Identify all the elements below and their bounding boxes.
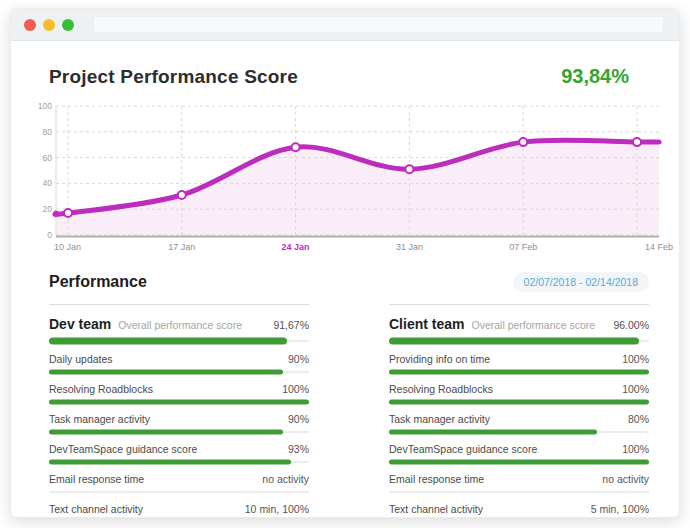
metric-label: DevTeamSpace guidance score <box>389 443 537 455</box>
overall-progress-bar <box>49 337 309 345</box>
team-name: Client team <box>389 316 464 332</box>
svg-text:31 Jan: 31 Jan <box>396 242 423 252</box>
metric-row: Email response time no activity <box>49 473 309 495</box>
metric-row: Providing info on time 100% <box>389 353 649 375</box>
metric-value: 90% <box>288 413 309 425</box>
address-bar[interactable] <box>93 16 664 33</box>
metric-value: no activity <box>262 473 309 485</box>
metric-progress-bar <box>389 459 649 465</box>
metric-value: 5 min, 100% <box>591 503 649 515</box>
svg-text:14 Feb: 14 Feb <box>645 242 673 252</box>
metric-progress-bar <box>389 429 649 435</box>
team-subtitle: Overall performance score <box>471 319 613 331</box>
metric-value: 80% <box>628 413 649 425</box>
performance-chart: 02040608010010 Jan17 Jan24 Jan31 Jan07 F… <box>39 102 679 254</box>
metric-row: Task manager activity 90% <box>49 413 309 435</box>
metric-label: Email response time <box>389 473 484 485</box>
team-subtitle: Overall performance score <box>118 319 273 331</box>
metric-label: Resolving Roadblocks <box>389 383 493 395</box>
progress-fill <box>49 460 291 465</box>
progress-track <box>49 492 309 493</box>
browser-window: Project Performance Score 93,84% 0204060… <box>10 8 680 518</box>
close-window-button[interactable] <box>24 19 36 31</box>
performance-heading: Performance <box>49 273 147 291</box>
progress-track <box>389 492 649 493</box>
metric-progress-bar <box>389 369 649 375</box>
dashboard-header: Project Performance Score 93,84% <box>49 65 629 88</box>
metric-value: 93% <box>288 443 309 455</box>
progress-fill <box>49 370 283 375</box>
metric-progress-bar <box>49 369 309 375</box>
metric-row-list: Providing info on time 100% Resolving Ro… <box>389 353 649 518</box>
metric-label: Text channel activity <box>389 503 483 515</box>
svg-text:0: 0 <box>47 230 52 240</box>
performance-section: Performance 02/07/2018 - 02/14/2018 Dev … <box>49 272 649 518</box>
metric-label: Task manager activity <box>389 413 490 425</box>
metric-row: Resolving Roadblocks 100% <box>389 383 649 405</box>
svg-text:24 Jan: 24 Jan <box>282 242 310 252</box>
overall-score-value: 93,84% <box>561 65 629 88</box>
progress-fill <box>389 370 649 375</box>
metric-row: Text channel activity 10 min, 100% <box>49 503 309 518</box>
metric-progress-bar <box>49 459 309 465</box>
svg-text:10 Jan: 10 Jan <box>54 242 81 252</box>
progress-fill <box>49 400 309 405</box>
progress-fill <box>49 338 287 345</box>
svg-text:100: 100 <box>39 102 52 111</box>
svg-text:20: 20 <box>43 204 53 214</box>
metric-label: Text channel activity <box>49 503 143 515</box>
metric-row: Resolving Roadblocks 100% <box>49 383 309 405</box>
svg-text:07 Feb: 07 Feb <box>509 242 537 252</box>
metric-label: Email response time <box>49 473 144 485</box>
metric-progress-bar <box>49 489 309 495</box>
team-overall-value: 96.00% <box>613 319 649 331</box>
metric-row: DevTeamSpace guidance score 100% <box>389 443 649 465</box>
metric-progress-bar <box>389 489 649 495</box>
progress-fill <box>389 460 649 465</box>
metric-value: 100% <box>622 443 649 455</box>
minimize-window-button[interactable] <box>43 19 55 31</box>
svg-text:17 Jan: 17 Jan <box>168 242 195 252</box>
svg-text:80: 80 <box>43 127 53 137</box>
metric-value: 100% <box>622 353 649 365</box>
progress-fill <box>389 430 597 435</box>
metric-progress-bar <box>49 429 309 435</box>
metric-label: Resolving Roadblocks <box>49 383 153 395</box>
date-range-badge[interactable]: 02/07/2018 - 02/14/2018 <box>513 272 649 292</box>
progress-fill <box>389 400 649 405</box>
page-title: Project Performance Score <box>49 66 298 88</box>
metric-row: Daily updates 90% <box>49 353 309 375</box>
team-panel-client: Client team Overall performance score 96… <box>389 304 649 518</box>
metric-value: 100% <box>622 383 649 395</box>
svg-text:40: 40 <box>43 178 53 188</box>
metric-row: Task manager activity 80% <box>389 413 649 435</box>
metric-progress-bar <box>49 399 309 405</box>
maximize-window-button[interactable] <box>62 19 74 31</box>
metric-row: Text channel activity 5 min, 100% <box>389 503 649 518</box>
metric-value: 100% <box>282 383 309 395</box>
metric-row: DevTeamSpace guidance score 93% <box>49 443 309 465</box>
metric-label: DevTeamSpace guidance score <box>49 443 197 455</box>
progress-fill <box>389 338 639 345</box>
metric-progress-bar <box>389 399 649 405</box>
metric-label: Task manager activity <box>49 413 150 425</box>
svg-text:60: 60 <box>43 153 53 163</box>
metric-label: Daily updates <box>49 353 113 365</box>
metric-value: 90% <box>288 353 309 365</box>
metric-row: Email response time no activity <box>389 473 649 495</box>
progress-fill <box>49 430 283 435</box>
team-name: Dev team <box>49 316 111 332</box>
metric-value: 10 min, 100% <box>245 503 309 515</box>
metric-value: no activity <box>602 473 649 485</box>
team-overall-value: 91,67% <box>273 319 309 331</box>
metric-label: Providing info on time <box>389 353 490 365</box>
browser-chrome <box>11 9 679 41</box>
chart-svg: 02040608010010 Jan17 Jan24 Jan31 Jan07 F… <box>39 102 677 254</box>
team-panel-dev: Dev team Overall performance score 91,67… <box>49 304 309 518</box>
overall-progress-bar <box>389 337 649 345</box>
metric-row-list: Daily updates 90% Resolving Roadblocks 1… <box>49 353 309 518</box>
